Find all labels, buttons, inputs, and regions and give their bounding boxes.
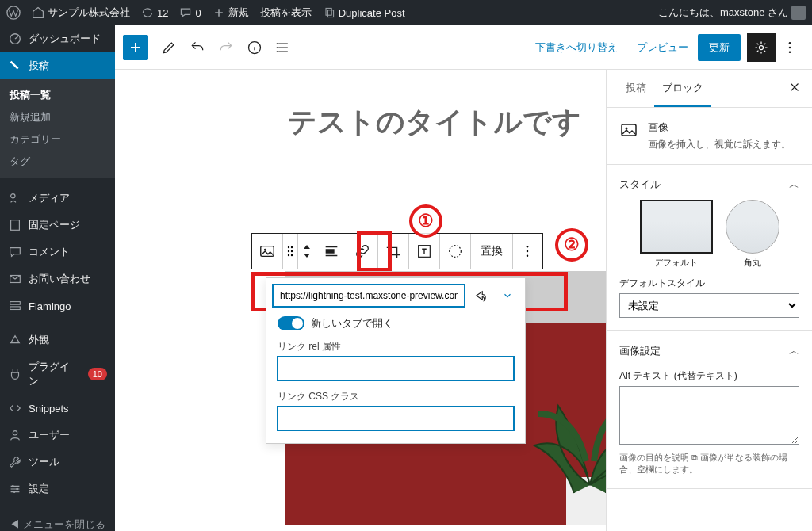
style-rounded[interactable]: 角丸 [726,200,779,269]
chevron-up-icon[interactable]: ︿ [789,344,799,358]
preview-button[interactable]: プレビュー [627,34,698,61]
svg-point-32 [527,246,529,248]
info-icon[interactable] [240,33,269,62]
undo-icon[interactable] [183,33,212,62]
add-new[interactable]: 新規 [213,6,249,20]
css-label: リンク CSS クラス [278,390,514,403]
sidebar-sub-new[interactable]: 新規追加 [0,106,115,128]
more-options-button[interactable] [776,33,804,62]
sidebar-sub-tags[interactable]: タグ [0,151,115,173]
sidebar-item-tools[interactable]: ツール [0,449,115,476]
sidebar-sub-list[interactable]: 投稿一覧 [0,84,115,106]
svg-point-15 [277,47,278,48]
inspector-panel: 投稿 ブロック 画像 画像を挿入し、視覚に訴えます。 スタイル︿ デフォルト 角… [606,70,812,531]
reload-count[interactable]: 12 [141,6,168,19]
close-inspector-icon[interactable] [785,78,804,97]
editor-header: 下書きへ切り替え プレビュー 更新 [115,25,812,70]
post-title[interactable]: テストのタイトルです [288,103,606,142]
link-toggle-icon[interactable] [496,285,519,307]
drag-handle-icon[interactable] [283,234,298,269]
block-desc: 画像を挿入し、視覚に訴えます。 [648,138,791,151]
svg-point-4 [11,194,15,198]
sidebar-item-plugins[interactable]: プラグイン10 [0,353,115,395]
site-link[interactable]: サンプル株式会社 [32,6,130,20]
move-arrows-icon[interactable] [298,234,316,269]
edit-mode-icon[interactable] [155,33,183,62]
svg-point-9 [13,431,17,435]
tab-post[interactable]: 投稿 [618,70,654,107]
update-button[interactable]: 更新 [698,34,741,61]
css-class-input[interactable] [278,407,514,430]
sidebar-item-pages[interactable]: 固定ページ [0,212,115,239]
sidebar-item-dashboard[interactable]: ダッシュボード [0,25,115,52]
block-name: 画像 [648,120,791,135]
svg-point-0 [7,6,20,19]
text-overlay-icon[interactable] [409,234,440,269]
svg-point-24 [291,246,293,248]
svg-rect-36 [622,124,636,136]
svg-point-12 [13,491,16,493]
replace-button[interactable]: 置換 [471,234,513,269]
add-block-button[interactable] [123,35,148,60]
svg-point-23 [288,246,289,248]
svg-point-19 [789,46,791,48]
plugins-badge: 10 [88,368,107,380]
sidebar-item-contact[interactable]: お問い合わせ [0,266,115,292]
styles-heading: スタイル [619,178,661,192]
settings-gear-button[interactable] [747,33,776,62]
sidebar-item-settings[interactable]: 設定 [0,476,115,502]
sidebar-item-comments[interactable]: コメント [0,239,115,266]
block-more-icon[interactable] [513,234,542,269]
annotation-2: ② [555,228,588,262]
rel-input[interactable] [278,357,514,380]
block-type-icon[interactable] [252,234,283,269]
comments-count[interactable]: 0 [179,6,201,19]
svg-point-11 [16,488,18,491]
svg-point-14 [277,43,278,44]
new-tab-toggle[interactable] [278,316,304,330]
crop-icon[interactable] [378,234,409,269]
sidebar-item-snippets[interactable]: Snippets [0,395,115,422]
sidebar-item-media[interactable]: メディア [0,185,115,212]
sidebar-item-flamingo[interactable]: Flamingo [0,292,115,319]
svg-point-18 [789,41,791,44]
outline-icon[interactable] [269,33,297,62]
alt-label: Alt テキスト (代替テキスト) [619,369,799,383]
admin-bar: サンプル株式会社 12 0 新規 投稿を表示 Duplicate Post こん… [0,0,812,25]
link-icon[interactable] [347,234,378,269]
switch-draft-button[interactable]: 下書きへ切り替え [526,34,627,61]
svg-point-34 [527,255,529,258]
chevron-up-icon[interactable]: ︿ [789,178,799,192]
wp-logo[interactable] [6,6,21,20]
svg-rect-1 [326,8,331,15]
duotone-icon[interactable] [440,234,471,269]
svg-rect-8 [10,307,21,310]
sidebar-item-users[interactable]: ユーザー [0,422,115,449]
svg-point-10 [12,485,14,487]
svg-rect-7 [10,302,21,305]
align-icon[interactable] [316,234,347,269]
redo-icon[interactable] [212,33,240,62]
block-type-image-icon [619,120,638,139]
style-default[interactable]: デフォルト [640,200,713,269]
alt-textarea[interactable] [619,386,799,445]
default-style-select[interactable]: 未設定 [619,293,799,318]
duplicate-post[interactable]: Duplicate Post [323,6,405,19]
sidebar-item-appearance[interactable]: 外観 [0,327,115,353]
greeting[interactable]: こんにちは、maxstone さん [658,6,806,20]
block-toolbar: 置換 [251,233,543,269]
link-url-input[interactable] [273,285,465,307]
svg-point-25 [288,250,289,252]
svg-point-20 [789,51,791,53]
svg-point-27 [288,254,289,256]
sidebar-sub-categories[interactable]: カテゴリー [0,128,115,151]
sidebar-item-posts[interactable]: 投稿 [0,52,115,79]
view-post[interactable]: 投稿を表示 [260,6,312,20]
svg-point-16 [277,51,278,52]
svg-point-26 [291,250,293,252]
sidebar-collapse[interactable]: ◀ メニューを閉じる [0,510,115,531]
tab-block[interactable]: ブロック [654,70,711,107]
link-submit-icon[interactable] [469,285,492,307]
svg-point-17 [760,45,764,49]
link-popover: 新しいタブで開く リンク rel 属性 リンク CSS クラス [266,277,526,444]
